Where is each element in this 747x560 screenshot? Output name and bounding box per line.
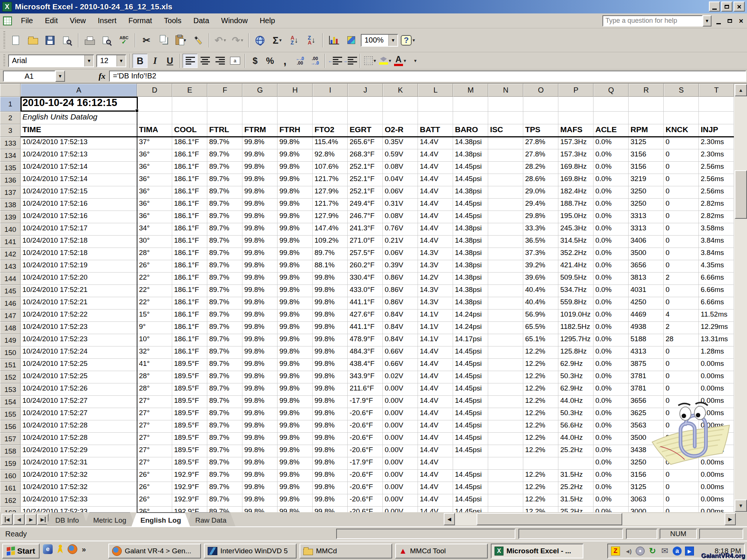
restore-button[interactable] — [721, 1, 732, 12]
cell[interactable]: 10/24/2010 17:52:25 — [21, 371, 137, 383]
cell[interactable] — [488, 285, 523, 297]
cell[interactable] — [523, 112, 558, 124]
cell[interactable]: FTRH — [278, 124, 313, 137]
cell[interactable] — [488, 112, 523, 124]
cell[interactable]: 99.8% — [278, 236, 313, 248]
cell[interactable]: 147.4% — [313, 223, 348, 236]
cell[interactable]: 89.7% — [207, 433, 242, 445]
autosum-button[interactable]: Σ▾ — [269, 32, 286, 49]
cell[interactable]: 12.2% — [523, 359, 558, 371]
quicklaunch-aim[interactable] — [57, 545, 63, 554]
cell[interactable]: 89.7% — [207, 408, 242, 420]
cell[interactable]: 99.8% — [278, 309, 313, 322]
cell[interactable]: 121.7% — [313, 174, 348, 186]
cell[interactable]: 0.08V — [383, 162, 418, 174]
cell[interactable]: 30° — [137, 236, 172, 248]
cell[interactable]: 257.5°F — [348, 248, 383, 260]
cell[interactable]: 10/24/2010 17:52:28 — [21, 420, 137, 433]
row-header-136[interactable]: 136 — [0, 174, 21, 186]
cell[interactable]: 0.00V — [383, 494, 418, 507]
cell[interactable] — [418, 112, 453, 124]
cell[interactable]: 99.8% — [313, 433, 348, 445]
tray-volume[interactable]: ◄) — [623, 547, 632, 556]
cell[interactable]: 89.7% — [207, 309, 242, 322]
cell[interactable]: 0.00V — [383, 383, 418, 396]
column-header-H[interactable]: H — [278, 84, 313, 97]
cell[interactable]: 14.4V — [418, 186, 453, 199]
cell[interactable] — [488, 396, 523, 408]
cell[interactable]: EGRT — [348, 124, 383, 137]
cell[interactable]: 189.5°F — [172, 445, 207, 457]
cell[interactable]: 0.00V — [383, 445, 418, 457]
cell[interactable]: 99.8% — [242, 322, 278, 334]
cell[interactable]: 89.7% — [207, 223, 242, 236]
cell[interactable] — [242, 112, 278, 124]
column-header-T[interactable]: T — [699, 84, 734, 97]
row-header-138[interactable]: 138 — [0, 199, 21, 211]
cell[interactable]: 186.1°F — [172, 309, 207, 322]
borders-dropdown[interactable]: ▾ — [374, 58, 376, 63]
menu-edit[interactable]: Edit — [39, 15, 63, 27]
row-header-155[interactable]: 155 — [0, 408, 21, 420]
cell[interactable]: 99.8% — [242, 346, 278, 359]
cell[interactable] — [383, 112, 418, 124]
cell[interactable]: 189.5°F — [172, 383, 207, 396]
cell[interactable]: 89.7% — [207, 346, 242, 359]
cell[interactable]: 0.86V — [383, 297, 418, 309]
cell[interactable]: 3.84ms — [699, 248, 734, 260]
menu-format[interactable]: Format — [123, 15, 158, 27]
cell[interactable]: 99.8% — [242, 420, 278, 433]
cell[interactable]: 56.9% — [523, 309, 558, 322]
font-size-dropdown[interactable]: ▼ — [117, 55, 125, 66]
cell[interactable]: 0 — [664, 482, 699, 494]
fill-color-dropdown[interactable]: ▾ — [389, 58, 391, 63]
cell[interactable]: 14.45psi — [453, 396, 488, 408]
cell[interactable]: 0 — [664, 359, 699, 371]
decrease-indent-button[interactable]: ← — [328, 54, 342, 68]
comma-button[interactable]: , — [278, 54, 292, 68]
cell[interactable]: 14.45psi — [453, 383, 488, 396]
cell[interactable]: 186.1°F — [172, 162, 207, 174]
cell[interactable]: 12.2% — [523, 396, 558, 408]
cell[interactable] — [453, 97, 488, 112]
cell[interactable]: 0.0% — [593, 162, 629, 174]
cell[interactable]: 1.28ms — [699, 346, 734, 359]
cell[interactable]: 99.8% — [313, 396, 348, 408]
cell[interactable]: 186.1°F — [172, 174, 207, 186]
cell[interactable]: 10/24/2010 17:52:25 — [21, 359, 137, 371]
cell[interactable]: 14.4V — [418, 211, 453, 223]
cell[interactable]: 99.8% — [242, 494, 278, 507]
increase-decimal-button[interactable]: ←.0.00 — [292, 54, 307, 68]
cell[interactable]: 3656 — [629, 260, 664, 273]
first-sheet-button[interactable]: ◀ — [1, 514, 13, 525]
cell[interactable]: 99.8% — [278, 383, 313, 396]
row-header-149[interactable]: 149 — [0, 334, 21, 346]
cell[interactable]: 252.1°F — [348, 162, 383, 174]
row-header-135[interactable]: 135 — [0, 162, 21, 174]
redo-dropdown[interactable]: ▾ — [241, 37, 244, 43]
cell[interactable]: 0.0% — [593, 273, 629, 285]
cell[interactable]: 0 — [664, 199, 699, 211]
format-painter-button[interactable] — [189, 32, 207, 49]
help-dropdown[interactable]: ▾ — [412, 37, 415, 43]
cell[interactable]: 99.8% — [278, 470, 313, 482]
cell[interactable]: BATT — [418, 124, 453, 137]
cell[interactable]: 27.8% — [523, 149, 558, 162]
cell[interactable]: KNCK — [664, 124, 699, 137]
cell[interactable]: 12.2% — [523, 482, 558, 494]
cell[interactable]: 265.6°F — [348, 137, 383, 149]
cell[interactable]: 534.7Hz — [558, 285, 593, 297]
cell[interactable]: 99.8% — [242, 236, 278, 248]
cell[interactable]: 421.4Hz — [558, 260, 593, 273]
cell[interactable]: 1295.7Hz — [558, 334, 593, 346]
cell[interactable]: 56.6Hz — [558, 420, 593, 433]
cell[interactable]: 36° — [137, 162, 172, 174]
row-header-157[interactable]: 157 — [0, 433, 21, 445]
cell[interactable]: 89.7% — [207, 470, 242, 482]
cell[interactable]: 0.00ms — [699, 482, 734, 494]
cell[interactable]: 0.0% — [593, 260, 629, 273]
cell[interactable]: 99.8% — [242, 371, 278, 383]
quicklaunch-overflow-chevron[interactable]: » — [82, 545, 86, 554]
cell[interactable]: 0.0% — [593, 174, 629, 186]
cell[interactable]: 10/24/2010 17:52:14 — [21, 174, 137, 186]
